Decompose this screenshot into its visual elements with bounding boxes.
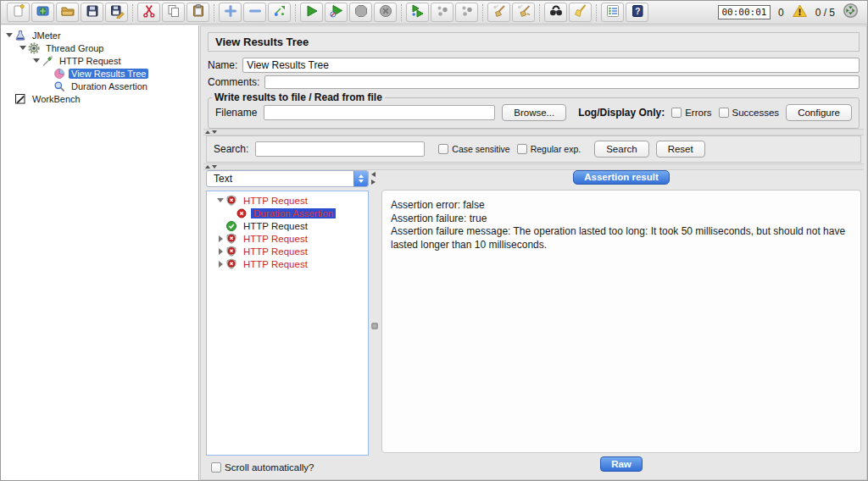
splitter-collapse-right-icon[interactable] (371, 180, 376, 185)
tree-label[interactable]: HTTP Request (57, 56, 124, 66)
warning-icon[interactable] (792, 3, 808, 22)
remote-start-button[interactable] (406, 3, 429, 22)
result-row[interactable]: HTTP Request (207, 194, 368, 207)
result-label[interactable]: HTTP Request (241, 221, 310, 231)
result-label[interactable]: HTTP Request (241, 196, 310, 206)
splitter-collapse-up-icon[interactable] (205, 165, 210, 169)
save-as-button[interactable] (105, 3, 128, 22)
tree-label[interactable]: WorkBench (30, 94, 83, 104)
splitter-collapse-up-icon[interactable] (205, 130, 210, 134)
tree-label[interactable]: JMeter (30, 30, 64, 41)
successes-checkbox-label[interactable]: Successes (732, 108, 780, 118)
case-sensitive-group[interactable]: Case sensitive (438, 144, 509, 154)
tree-label-selected[interactable]: View Results Tree (69, 69, 148, 79)
tree-node-view-results-tree[interactable]: View Results Tree (1, 67, 198, 80)
new-file-button[interactable] (7, 3, 30, 22)
regular-exp-checkbox[interactable] (517, 144, 527, 154)
success-request-icon (225, 220, 238, 232)
scroll-automatically-checkbox[interactable] (211, 462, 221, 473)
reset-button[interactable]: Reset (656, 141, 705, 158)
result-row[interactable]: HTTP Request (207, 232, 368, 245)
horizontal-splitter[interactable] (203, 129, 864, 135)
toolbar-separator (132, 4, 133, 21)
result-row[interactable]: HTTP Request (207, 245, 368, 257)
help-button[interactable]: ? (626, 3, 648, 22)
scroll-automatically-label[interactable]: Scroll automatically? (225, 462, 314, 473)
configure-button[interactable]: Configure (786, 104, 852, 121)
open-file-button[interactable] (56, 3, 79, 22)
tree-node-workbench[interactable]: WorkBench (1, 92, 198, 105)
splitter-collapse-left-icon[interactable] (371, 172, 376, 177)
open-templates-button[interactable] (31, 3, 54, 22)
errors-checkbox-label[interactable]: Errors (685, 108, 711, 118)
expander-closed-icon[interactable] (215, 261, 225, 268)
shutdown-button[interactable] (374, 3, 397, 22)
combo-stepper-icon[interactable] (353, 171, 368, 186)
result-label[interactable]: HTTP Request (241, 234, 310, 244)
browse-button[interactable]: Browse... (502, 104, 566, 121)
successes-checkbox-group[interactable]: Successes (719, 108, 780, 118)
view-mode-select[interactable]: Text (206, 170, 369, 187)
start-button[interactable] (300, 3, 323, 22)
assertion-result-column: Assertion result Assertion error: false … (381, 170, 861, 475)
remote-stop-icon (459, 3, 475, 22)
tree-label[interactable]: Duration Assertion (69, 81, 150, 91)
tree-node-thread-group[interactable]: Thread Group (1, 41, 198, 54)
expander-closed-icon[interactable] (215, 235, 225, 242)
search-button[interactable]: Search (594, 141, 648, 158)
templates-icon (36, 3, 51, 22)
remote-stop-button[interactable] (455, 3, 478, 22)
case-sensitive-checkbox[interactable] (438, 144, 448, 154)
successes-checkbox[interactable] (719, 108, 729, 118)
result-label[interactable]: HTTP Request (241, 259, 310, 269)
result-label[interactable]: Duration Assertion (251, 208, 336, 218)
regular-exp-label[interactable]: Regular exp. (531, 144, 581, 154)
expander-open-icon[interactable] (31, 58, 42, 63)
remove-button[interactable] (243, 3, 266, 22)
splitter-collapse-down-icon[interactable] (212, 165, 217, 169)
paste-button[interactable] (186, 3, 209, 22)
splitter-handle[interactable] (371, 323, 378, 329)
splitter-collapse-down-icon[interactable] (212, 130, 217, 134)
assertion-result-tab[interactable]: Assertion result (573, 170, 670, 185)
expander-open-icon[interactable] (4, 33, 14, 37)
copy-button[interactable] (162, 3, 185, 22)
stop-button[interactable] (349, 3, 372, 22)
case-sensitive-label[interactable]: Case sensitive (452, 144, 509, 154)
expander-open-icon[interactable] (215, 198, 225, 202)
toggle-button[interactable] (268, 3, 291, 22)
filename-input[interactable] (264, 105, 495, 120)
horizontal-splitter[interactable] (203, 163, 864, 170)
raw-button[interactable]: Raw (600, 456, 643, 472)
result-row-selected[interactable]: Duration Assertion (207, 207, 368, 219)
yellow-broom-icon (573, 3, 588, 22)
result-row[interactable]: HTTP Request (207, 219, 368, 232)
search-input[interactable] (255, 141, 425, 157)
function-helper-button[interactable] (601, 3, 624, 22)
tree-node-duration-assertion[interactable]: Duration Assertion (1, 80, 198, 92)
search-toolbar-button[interactable] (544, 3, 567, 22)
tree-node-http-request[interactable]: HTTP Request (1, 54, 198, 67)
expander-closed-icon[interactable] (215, 248, 225, 255)
result-label[interactable]: HTTP Request (241, 246, 310, 257)
errors-checkbox-group[interactable]: Errors (671, 108, 711, 118)
search-reset-toolbar-button[interactable] (569, 3, 592, 22)
remote-start-all-button[interactable] (431, 3, 453, 22)
cut-button[interactable] (137, 3, 160, 22)
tree-label[interactable]: Thread Group (43, 43, 106, 53)
result-row[interactable]: HTTP Request (207, 257, 368, 270)
expander-open-icon[interactable] (18, 46, 28, 50)
clear-button[interactable] (487, 3, 510, 22)
errors-checkbox[interactable] (671, 108, 682, 118)
start-no-timers-button[interactable] (325, 3, 348, 22)
clear-all-button[interactable] (512, 3, 535, 22)
scroll-automatically-group[interactable]: Scroll automatically? (206, 460, 369, 475)
comments-input[interactable] (264, 75, 860, 89)
add-button[interactable] (219, 3, 242, 22)
vertical-splitter[interactable] (369, 170, 381, 475)
name-input[interactable] (242, 58, 860, 73)
tree-node-jmeter[interactable]: JMeter (1, 29, 198, 41)
copy-icon (166, 3, 181, 22)
save-button[interactable] (81, 3, 103, 22)
regular-exp-group[interactable]: Regular exp. (517, 144, 581, 154)
